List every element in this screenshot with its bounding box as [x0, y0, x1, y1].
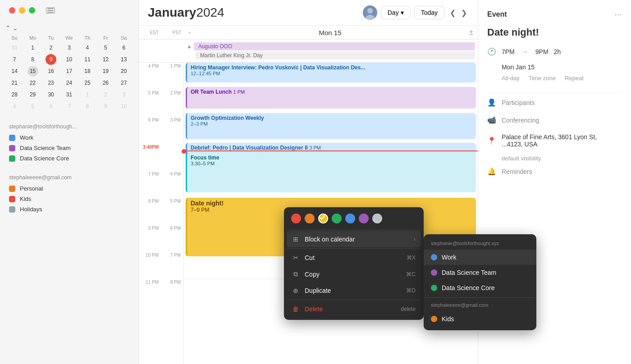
all-day-option[interactable]: All-day	[502, 75, 520, 82]
tz-pst-label: PST	[161, 30, 184, 35]
color-option-yellow[interactable]	[318, 214, 328, 223]
mini-cal-day[interactable]: 21	[9, 77, 20, 88]
next-day-button[interactable]: ❯	[459, 7, 469, 19]
mini-cal-day[interactable]: 6	[46, 101, 56, 112]
mini-cal-day-today[interactable]: 9	[46, 54, 56, 65]
event-focus-time[interactable]: Focus time 3:30–5 PM	[186, 153, 476, 192]
all-day-event-mlk[interactable]: Martin Luther King Jr. Day	[196, 51, 475, 59]
mini-cal-day[interactable]: 7	[64, 101, 74, 112]
sidebar-item-kids[interactable]: Kids	[9, 194, 129, 204]
mini-cal-day[interactable]: 28	[9, 89, 20, 100]
event-time: 12–12:45 PM	[191, 71, 472, 76]
maximize-button[interactable]	[29, 7, 35, 14]
color-option-red[interactable]	[291, 214, 301, 223]
mini-cal-day[interactable]: 27	[119, 77, 129, 88]
mini-cal-day[interactable]: 3	[64, 42, 74, 53]
mini-cal-day[interactable]: 25	[82, 77, 93, 88]
sidebar-item-data-science-core[interactable]: Data Science Core	[9, 153, 129, 164]
mini-cal-day[interactable]: 1	[82, 89, 93, 100]
timezone-adjust-button[interactable]: ±	[469, 28, 473, 36]
reminders-row[interactable]: 🔔 Reminders	[487, 165, 622, 177]
mini-cal-day[interactable]: 11	[82, 54, 93, 65]
mini-cal-day[interactable]: 5	[27, 101, 38, 112]
mini-cal-day[interactable]: 12	[100, 54, 111, 65]
mini-cal-day[interactable]: 4	[9, 101, 20, 112]
mini-cal-day[interactable]: 2	[100, 89, 111, 100]
event-hiring-manager[interactable]: Hiring Manager Interview: Pedro Vuskovic…	[186, 63, 476, 82]
mini-cal-day[interactable]: 18	[82, 66, 93, 77]
location-text: Palace of Fine Arts, 3601 Lyon St, ...41…	[502, 133, 597, 148]
color-option-lightgray[interactable]	[372, 214, 382, 223]
submenu-item-dst[interactable]: Data Science Team	[424, 265, 536, 280]
mini-cal-day[interactable]: 22	[27, 77, 38, 88]
conferencing-row[interactable]: 📹 Conferencing	[487, 114, 622, 126]
mini-cal-day[interactable]: 7	[9, 54, 20, 65]
mini-cal-day[interactable]: 4	[82, 42, 93, 53]
event-start-time: 7PM	[502, 48, 515, 55]
mini-cal-day[interactable]: 31	[64, 89, 74, 100]
participants-row[interactable]: 👤 Participants	[487, 96, 622, 109]
mini-cal-day[interactable]: 16	[46, 66, 56, 77]
current-time-line	[184, 150, 478, 151]
mini-cal-day[interactable]: 30	[46, 89, 56, 100]
mini-cal-day[interactable]: 8	[82, 101, 93, 112]
mini-cal-day[interactable]: 26	[100, 77, 111, 88]
add-event-plus[interactable]: +	[188, 30, 191, 35]
mini-cal-day[interactable]: 23	[46, 77, 56, 88]
submenu-item-dsc[interactable]: Data Science Core	[424, 280, 536, 296]
event-growth-optimization[interactable]: Growth Optimization Weekly 2–3 PM	[186, 113, 476, 139]
minimize-button[interactable]	[19, 7, 25, 14]
close-button[interactable]	[9, 7, 15, 14]
all-day-event-augusto[interactable]: Augusto OOO	[194, 42, 475, 50]
mini-cal-day[interactable]: 14	[9, 66, 20, 77]
prev-day-button[interactable]: ❮	[448, 7, 457, 19]
mini-cal-prev-button[interactable]: ⌃	[5, 24, 11, 32]
color-option-orange[interactable]	[305, 214, 315, 223]
color-option-green[interactable]	[332, 214, 342, 223]
mini-cal-day[interactable]: 10	[119, 101, 129, 112]
event-or-team-lunch[interactable]: OR Team Lunch 1 PM	[186, 87, 476, 109]
mini-cal-day[interactable]: 24	[64, 77, 74, 88]
mini-cal-day[interactable]: 29	[27, 89, 38, 100]
mini-cal-day[interactable]: 13	[119, 54, 129, 65]
mini-cal-day[interactable]: 5	[100, 42, 111, 53]
timezone-option[interactable]: Time zone	[529, 75, 556, 82]
block-on-calendar-item[interactable]: ⊞ Block on calendar ›	[287, 231, 421, 247]
submenu-item-kids[interactable]: Kids	[424, 311, 536, 327]
mini-cal-day[interactable]: 19	[100, 66, 111, 77]
color-option-purple[interactable]	[359, 214, 369, 223]
view-selector-button[interactable]: Day ▾	[381, 6, 411, 19]
mini-cal-day[interactable]: 31	[9, 42, 20, 53]
sidebar-item-work[interactable]: Work	[9, 132, 129, 143]
submenu-item-work[interactable]: Work	[424, 250, 536, 265]
avatar[interactable]	[363, 5, 377, 20]
mini-cal-day[interactable]: 1	[27, 42, 38, 53]
delete-item[interactable]: 🗑 Delete delete	[287, 301, 421, 317]
mini-cal-day[interactable]: 2	[46, 42, 56, 53]
mini-cal-day[interactable]: 9	[100, 101, 111, 112]
cal-col-headers: EST PST + Mon 15 ±	[139, 26, 478, 40]
duplicate-item[interactable]: ⊕ Duplicate ⌘D	[287, 282, 421, 299]
mini-cal-day[interactable]: 6	[119, 42, 129, 53]
mini-cal-day-selected[interactable]: 15	[27, 66, 38, 77]
submenu-label-kids: Kids	[442, 315, 454, 323]
sidebar-item-holidays[interactable]: Holidays	[9, 204, 129, 214]
mini-cal-day[interactable]: 20	[119, 66, 129, 77]
sidebar-toggle-button[interactable]	[46, 7, 55, 14]
mini-cal-next-button[interactable]: ⌄	[13, 24, 18, 32]
repeat-option[interactable]: Repeat	[565, 75, 584, 82]
panel-header: Event ···	[487, 9, 622, 19]
collapse-button[interactable]: ▲	[187, 43, 192, 50]
mini-cal-day[interactable]: 17	[64, 66, 74, 77]
sidebar-item-personal[interactable]: Personal	[9, 183, 129, 194]
location-row[interactable]: 📍 Palace of Fine Arts, 3601 Lyon St, ...…	[487, 132, 622, 150]
cut-item[interactable]: ✂ Cut ⌘X	[287, 250, 421, 266]
mini-cal-day[interactable]: 10	[64, 54, 74, 65]
mini-cal-day[interactable]: 3	[119, 89, 129, 100]
sidebar-item-data-science-team[interactable]: Data Science Team	[9, 143, 129, 153]
copy-item[interactable]: ⧉ Copy ⌘C	[287, 266, 421, 282]
today-button[interactable]: Today	[414, 6, 444, 19]
panel-more-button[interactable]: ···	[614, 9, 622, 19]
mini-cal-day[interactable]: 8	[27, 54, 38, 65]
color-option-blue[interactable]	[345, 214, 355, 223]
